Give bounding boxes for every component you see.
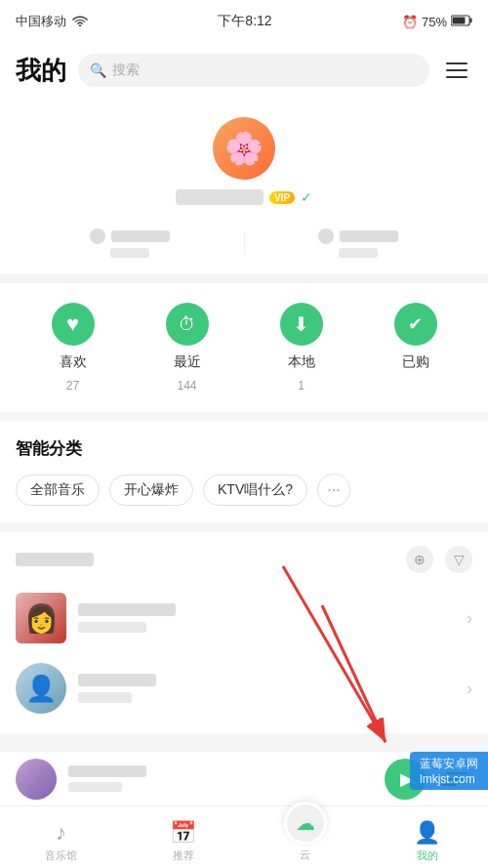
- stat-icon-row-2: [318, 228, 398, 244]
- stat-item-followers[interactable]: [245, 228, 473, 258]
- playlist-info-1: [78, 603, 455, 633]
- watermark-line1: 蓝莓安卓网: [420, 756, 478, 772]
- nav-music-icon: ♪: [56, 820, 66, 846]
- nav-mine-label: 我的: [417, 848, 438, 863]
- playlist-section: ⊕ ▽ 👩 › 👤 ›: [0, 532, 488, 733]
- header: 我的 🔍 搜索: [0, 43, 488, 98]
- vip-badge: VIP: [269, 191, 295, 204]
- svg-rect-3: [453, 17, 466, 23]
- action-like-label: 喜欢: [60, 353, 87, 371]
- nav-music-hall[interactable]: ♪ 音乐馆: [0, 812, 122, 863]
- playlist-item-2[interactable]: 👤 ›: [0, 653, 488, 723]
- stat-count: [110, 248, 149, 258]
- playlist-name-blur-2: [78, 674, 156, 686]
- stat-count-2: [339, 248, 378, 258]
- stat-icon-row: [90, 228, 170, 244]
- action-local[interactable]: ⬇ 本地 1: [280, 303, 323, 393]
- status-carrier: 中国移动: [16, 13, 88, 30]
- status-battery-area: ⏰ 75%: [402, 15, 472, 29]
- search-placeholder: 搜索: [112, 62, 140, 79]
- player-track-info: [68, 765, 373, 792]
- nav-recommend-icon: 📅: [170, 820, 196, 846]
- playlist-add-button[interactable]: ⊕: [406, 546, 433, 573]
- stat-item-following[interactable]: [16, 228, 244, 258]
- playlist-sub-blur-1: [78, 622, 146, 633]
- avatar[interactable]: 🌸: [213, 117, 275, 180]
- playlist-thumb-2: 👤: [16, 663, 66, 714]
- action-purchased[interactable]: ✔ 已购: [394, 303, 437, 393]
- profile-section: 🌸 VIP ✓: [0, 98, 488, 273]
- stat-label: [111, 230, 170, 242]
- tag-happy-blast[interactable]: 开心爆炸: [109, 475, 193, 506]
- svg-point-0: [79, 24, 81, 26]
- playlist-item-more-2[interactable]: ›: [467, 679, 472, 699]
- menu-line-1: [446, 62, 468, 64]
- watermark-line2: lmkjst.com: [420, 772, 478, 786]
- menu-line-3: [446, 76, 468, 78]
- action-recent[interactable]: ⏱ 最近 144: [166, 303, 209, 393]
- nav-cloud[interactable]: ☁ 云: [244, 813, 366, 862]
- profile-top: 🌸 VIP ✓: [16, 117, 472, 209]
- username-blur: [176, 189, 264, 205]
- action-like-count: 27: [66, 379, 79, 393]
- purchased-icon: ✔: [394, 303, 437, 346]
- action-recent-label: 最近: [174, 353, 201, 371]
- playlist-sort-button[interactable]: ▽: [445, 546, 472, 573]
- playlist-item-1[interactable]: 👩 ›: [0, 583, 488, 653]
- action-purchased-label: 已购: [402, 353, 429, 371]
- more-tags-button[interactable]: ···: [317, 474, 350, 507]
- nav-cloud-circle: ☁: [284, 802, 327, 845]
- playlist-name-blur-1: [78, 603, 176, 616]
- playlist-info-2: [78, 674, 455, 703]
- tag-all-music[interactable]: 全部音乐: [16, 475, 100, 506]
- alarm-icon: ⏰: [402, 15, 418, 29]
- like-icon: ♥: [52, 303, 95, 346]
- username-row: VIP ✓: [176, 189, 312, 205]
- menu-line-2: [446, 69, 468, 71]
- playlist-sub-blur-2: [78, 692, 132, 703]
- action-local-label: 本地: [288, 353, 315, 371]
- nav-mine-icon: 👤: [414, 820, 440, 846]
- profile-stats: [16, 228, 472, 258]
- nav-music-label: 音乐馆: [45, 848, 77, 863]
- local-icon: ⬇: [280, 303, 323, 346]
- thumb-person-2-icon: 👤: [25, 674, 57, 704]
- battery-icon: [451, 15, 472, 29]
- stat-icon-2: [318, 228, 334, 244]
- player-album-art[interactable]: [16, 759, 57, 800]
- nav-cloud-icon: ☁: [296, 811, 315, 835]
- wifi-icon: [72, 15, 88, 29]
- action-local-count: 1: [298, 379, 305, 393]
- status-bar: 中国移动 下午8:12 ⏰ 75%: [0, 0, 488, 43]
- action-like[interactable]: ♥ 喜欢 27: [52, 303, 95, 393]
- status-time: 下午8:12: [218, 13, 271, 30]
- nav-mine[interactable]: 👤 我的: [366, 812, 488, 863]
- smart-category-title: 智能分类: [16, 437, 472, 460]
- svg-rect-2: [470, 18, 472, 22]
- recent-icon: ⏱: [166, 303, 209, 346]
- playlist-header-icons: ⊕ ▽: [406, 546, 472, 573]
- action-recent-count: 144: [177, 379, 196, 393]
- playlist-header: ⊕ ▽: [0, 532, 488, 583]
- playlist-thumb-1: 👩: [16, 593, 66, 643]
- nav-recommend[interactable]: 📅 推荐: [122, 812, 244, 863]
- category-tags: 全部音乐 开心爆炸 KTV唱什么? ···: [16, 474, 472, 507]
- search-icon: 🔍: [90, 62, 106, 78]
- avatar-emoji: 🌸: [224, 130, 264, 167]
- nav-recommend-label: 推荐: [173, 848, 194, 863]
- playlist-item-more-1[interactable]: ›: [467, 608, 472, 629]
- menu-button[interactable]: [441, 55, 472, 86]
- quick-actions: ♥ 喜欢 27 ⏱ 最近 144 ⬇ 本地 1 ✔ 已购: [0, 283, 488, 412]
- smart-category-section: 智能分类 全部音乐 开心爆炸 KTV唱什么? ···: [0, 422, 488, 522]
- nav-cloud-label: 云: [300, 847, 310, 862]
- search-bar[interactable]: 🔍 搜索: [78, 54, 429, 87]
- bottom-nav: ♪ 音乐馆 📅 推荐 ☁ 云 👤 我的: [0, 806, 488, 868]
- playlist-title-blur: [16, 553, 94, 566]
- player-track-name: [68, 765, 146, 777]
- verified-icon: ✓: [301, 189, 312, 205]
- player-artist-name: [68, 782, 122, 792]
- tag-ktv[interactable]: KTV唱什么?: [203, 475, 307, 506]
- stat-label-2: [340, 230, 398, 242]
- watermark: 蓝莓安卓网 lmkjst.com: [410, 752, 488, 790]
- thumb-person-icon: 👩: [24, 602, 59, 635]
